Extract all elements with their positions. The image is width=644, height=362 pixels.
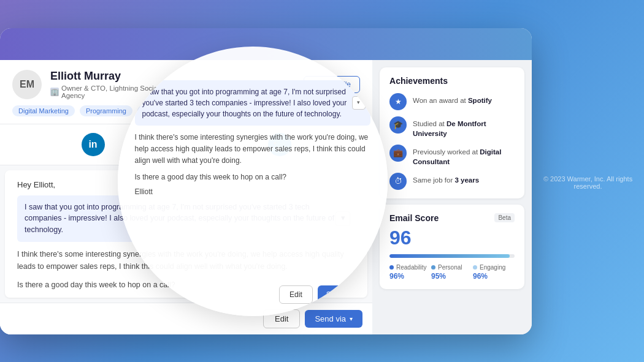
star-icon: ★ [389,93,407,110]
graduation-icon: 🎓 [389,116,407,134]
personal-dot [431,265,435,270]
engaging-value: 96% [473,272,515,281]
timer-icon: ⏱ [389,173,407,190]
score-bar [389,254,515,258]
readability-dot [389,265,394,270]
metric-personal: Personal 95% [431,264,473,281]
avatar: EM [12,70,42,99]
right-panel: Achievements ★ Won an award at Spotify 🎓… [372,60,532,334]
email-score-card: Email Score Beta 96 Readability 96% [380,205,524,289]
score-title: Email Score [389,213,439,223]
circle-closing: Elliott [135,187,370,196]
email-footer: Edit Send via ▾ [0,303,372,334]
metric-engaging: Engaging 96% [473,264,515,281]
score-header: Email Score Beta [389,213,515,223]
metric-readability: Readability 96% [389,264,431,281]
achievement-same-job: ⏱ Same job for 3 years [389,173,515,190]
personal-value: 95% [431,272,473,281]
briefcase-icon: 🏢 [50,88,59,96]
circle-highlight: I saw that you got into programming at a… [135,80,370,126]
achievement-university: 🎓 Studied at De Montfort University [389,116,515,138]
achievement-spotify: ★ Won an award at Spotify [389,93,515,110]
circle-overlay: Hey Elliott, I saw that you got into pro… [118,47,388,316]
send-chevron-icon: ▾ [350,315,353,322]
circle-content: Hey Elliott, I saw that you got into pro… [118,47,388,316]
readability-value: 96% [389,272,431,281]
engaging-dot [473,265,477,270]
briefcase-icon: 💼 [389,145,407,162]
circle-paragraph: I think there's some interesting synergi… [135,132,370,167]
linkedin-icon: in [82,133,105,156]
achievement-previous-job: 💼 Previously worked at Digital Consultan… [389,145,515,167]
achievements-title: Achievements [389,76,515,86]
main-card: EM Elliott Murray 🏢 Owner & CTO, Lightni… [0,28,532,334]
score-bar-fill [389,254,510,258]
tag-programming: Programming [80,105,132,116]
achievements-card: Achievements ★ Won an award at Spotify 🎓… [380,67,524,198]
send-button[interactable]: Send via ▾ [305,310,362,328]
score-metrics: Readability 96% Personal 95% [389,264,515,281]
score-number: 96 [389,227,515,249]
beta-badge: Beta [494,213,515,222]
circle-expand-button[interactable]: ▾ [352,96,366,110]
circle-question: Is there a good day this week to hop on … [135,173,370,181]
footer-copyright: © 2023 Warmer, Inc. All rights reserved. [532,172,644,191]
tag-digital-marketing: Digital Marketing [12,105,75,116]
circle-edit-button[interactable]: Edit [279,285,313,304]
